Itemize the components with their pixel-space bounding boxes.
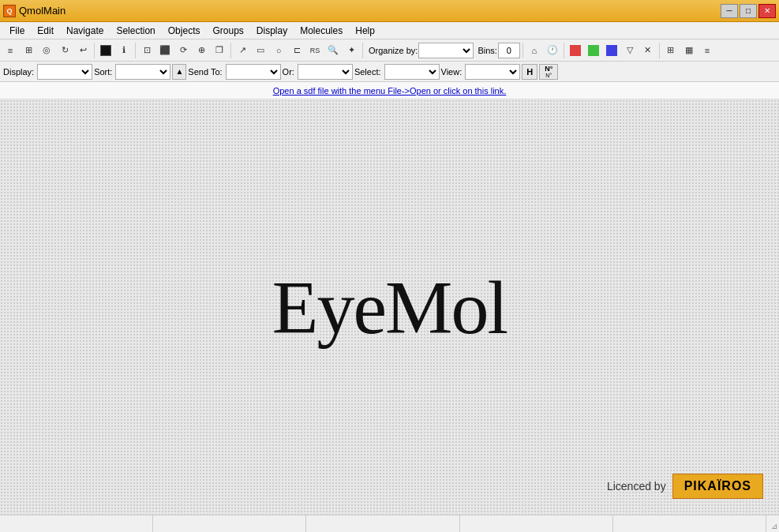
status-panel-4 — [460, 515, 613, 532]
tb-chart-icon[interactable]: ▦ — [680, 42, 698, 59]
title-text: QmolMain — [19, 5, 66, 17]
tb-lasso-icon[interactable]: ⊏ — [288, 42, 305, 59]
title-bar: Q QmolMain ─ □ ✕ — [0, 0, 779, 22]
sort-asc-button[interactable]: ▲ — [172, 64, 186, 80]
no-button[interactable]: N° N° — [539, 64, 558, 80]
tb-color-swatch[interactable] — [97, 42, 114, 59]
app-icon: Q — [3, 5, 16, 17]
status-bar: ⊿ — [0, 515, 779, 532]
sort-combo[interactable] — [115, 64, 170, 80]
or-label: Or: — [283, 67, 294, 77]
tb-refresh-icon[interactable]: ↻ — [56, 42, 73, 59]
status-panel-3 — [306, 515, 459, 532]
menu-edit[interactable]: Edit — [31, 24, 60, 38]
bins-label: Bins: — [478, 46, 496, 55]
main-content: EyeMol Licenced by PIKAÏROS — [0, 99, 779, 515]
tb-add-mol-icon[interactable]: ⊕ — [193, 42, 210, 59]
tb-bars-icon[interactable]: ≡ — [698, 42, 716, 59]
title-bar-left: Q QmolMain — [3, 5, 66, 17]
license-badge: Licenced by PIKAÏROS — [607, 474, 763, 499]
or-combo[interactable] — [298, 64, 353, 80]
tb-reload-icon[interactable]: ⟳ — [174, 42, 192, 59]
tb-search-icon[interactable]: 🔍 — [324, 42, 342, 59]
menu-file[interactable]: File — [3, 24, 31, 38]
send-to-combo[interactable] — [226, 64, 281, 80]
status-panel-2 — [153, 515, 306, 532]
toolbar1: ≡ ⊞ ◎ ↻ ↩ ℹ ⊡ ⬛ ⟳ ⊕ ❐ ↗ ▭ ○ ⊏ RS 🔍 ✦ Org… — [0, 39, 779, 62]
tb-table-icon[interactable]: ⊞ — [20, 42, 37, 59]
display-combo[interactable] — [37, 64, 92, 80]
toolbar2: Display: Sort: ▲ Send To: Or: Select: Vi… — [0, 62, 779, 82]
sep4 — [362, 43, 363, 58]
tb-info-icon[interactable]: ℹ — [115, 42, 133, 59]
tb-select-rect-icon[interactable]: ⊡ — [138, 42, 155, 59]
tb-x-icon[interactable]: ✕ — [639, 42, 657, 59]
close-button[interactable]: ✕ — [758, 4, 776, 18]
pikairos-badge: PIKAÏROS — [672, 474, 763, 499]
sep2 — [135, 43, 136, 58]
tb-red-color[interactable] — [567, 42, 584, 59]
tb-back-icon[interactable]: ↩ — [74, 42, 92, 59]
view-label: View: — [441, 67, 463, 77]
sep6 — [564, 43, 564, 58]
tb-filter-icon[interactable]: ▽ — [621, 42, 639, 59]
h-button[interactable]: H — [522, 64, 537, 80]
tb-green-color[interactable] — [585, 42, 602, 59]
tb-list-icon[interactable]: ≡ — [2, 42, 19, 59]
tb-circle-icon[interactable]: ◎ — [38, 42, 55, 59]
view-combo[interactable] — [465, 64, 520, 80]
maximize-button[interactable]: □ — [740, 4, 757, 18]
tb-select-all-icon[interactable]: ⬛ — [156, 42, 174, 59]
tb-rect-icon[interactable]: ▭ — [252, 42, 269, 59]
menu-objects[interactable]: Objects — [162, 24, 207, 38]
minimize-button[interactable]: ─ — [721, 4, 738, 18]
menu-bar: File Edit Navigate Selection Objects Gro… — [0, 22, 779, 39]
tb-blue-color[interactable] — [603, 42, 620, 59]
tb-rs-icon[interactable]: RS — [306, 42, 324, 59]
sort-label: Sort: — [94, 67, 112, 77]
link-bar: Open a sdf file with the menu File->Open… — [0, 82, 779, 99]
menu-help[interactable]: Help — [349, 24, 381, 38]
organize-combo[interactable] — [418, 43, 474, 58]
tb-home-icon[interactable]: ⌂ — [526, 42, 543, 59]
sep3 — [230, 43, 231, 58]
sep7 — [659, 43, 660, 58]
menu-groups[interactable]: Groups — [206, 24, 249, 38]
resize-grip: ⊿ — [766, 515, 779, 532]
select-label: Select: — [354, 67, 381, 77]
eyemol-logo: EyeMol — [272, 264, 507, 351]
menu-selection[interactable]: Selection — [110, 24, 161, 38]
window-controls: ─ □ ✕ — [721, 4, 776, 18]
tb-copy-icon[interactable]: ❐ — [211, 42, 228, 59]
status-panel-1 — [0, 515, 153, 532]
sep5 — [522, 43, 523, 58]
tb-clock-icon[interactable]: 🕐 — [544, 42, 561, 59]
sep1 — [94, 43, 95, 58]
tb-table2-icon[interactable]: ⊞ — [662, 42, 680, 59]
tb-ellipse-icon[interactable]: ○ — [270, 42, 287, 59]
tb-star-icon[interactable]: ✦ — [343, 42, 360, 59]
menu-navigate[interactable]: Navigate — [60, 24, 110, 38]
send-to-label: Send To: — [188, 67, 222, 77]
tb-arrow-icon[interactable]: ↗ — [234, 42, 251, 59]
open-sdf-link[interactable]: Open a sdf file with the menu File->Open… — [273, 86, 507, 96]
bins-input[interactable] — [498, 43, 520, 58]
status-panel-5 — [613, 515, 766, 532]
licensed-by-text: Licenced by — [607, 480, 666, 493]
display-label: Display: — [3, 67, 34, 77]
menu-molecules[interactable]: Molecules — [294, 24, 349, 38]
organize-label: Organize by: — [369, 46, 418, 55]
menu-display[interactable]: Display — [250, 24, 294, 38]
select-combo[interactable] — [384, 64, 440, 80]
